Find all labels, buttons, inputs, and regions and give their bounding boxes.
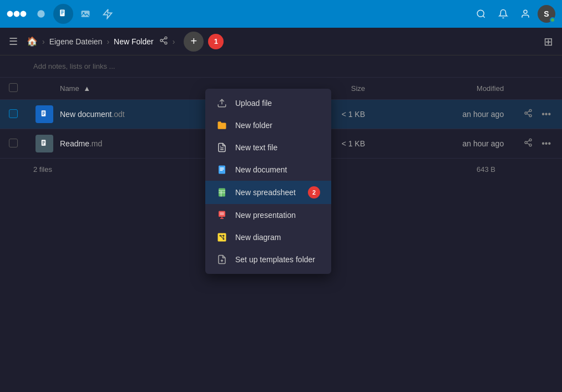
svg-rect-40 xyxy=(220,167,224,168)
col-name[interactable]: Name ▲ xyxy=(27,78,228,100)
svg-point-54 xyxy=(223,235,225,237)
menu-label-upload: Upload file xyxy=(235,99,272,108)
col-modified[interactable]: Modified xyxy=(374,78,513,100)
menu-label-new-document: New document xyxy=(235,165,287,174)
svg-point-22 xyxy=(529,109,531,111)
svg-point-31 xyxy=(529,139,531,141)
notification-badge[interactable]: 1 xyxy=(208,34,224,49)
svg-rect-41 xyxy=(220,169,224,170)
file-actions-1: ••• xyxy=(522,106,553,122)
menu-item-new-spreadsheet[interactable]: New spreadsheet 2 xyxy=(205,181,331,204)
more-btn-1[interactable]: ••• xyxy=(539,107,553,121)
breadcrumb-sep-2: › xyxy=(107,37,109,46)
dropdown-menu: Upload file New folder New text file xyxy=(205,89,331,274)
topbar-left xyxy=(7,4,118,24)
menu-item-setup-templates[interactable]: Set up templates folder xyxy=(205,248,331,271)
svg-point-23 xyxy=(525,112,527,114)
svg-point-33 xyxy=(529,144,531,146)
total-size: 643 B xyxy=(477,165,495,174)
hamburger-menu[interactable]: ☰ xyxy=(9,35,18,48)
breadcrumb-eigene[interactable]: Eigene Dateien xyxy=(49,37,103,46)
search-btn[interactable] xyxy=(471,4,491,24)
svg-point-1 xyxy=(14,11,20,17)
share-btn-2[interactable] xyxy=(522,136,535,151)
svg-rect-20 xyxy=(42,113,45,114)
menu-label-new-spreadsheet: New spreadsheet xyxy=(235,188,296,197)
breadcrumb-sep-1: › xyxy=(42,37,45,46)
menu-label-new-folder: New folder xyxy=(235,121,272,130)
contacts-btn[interactable] xyxy=(515,4,535,24)
notes-bar[interactable]: Add notes, lists or links ... xyxy=(0,55,562,78)
more-btn-2[interactable]: ••• xyxy=(539,136,553,151)
spreadsheet-badge: 2 xyxy=(308,186,320,198)
nav-photos[interactable] xyxy=(75,4,95,24)
svg-line-17 xyxy=(162,38,165,40)
menu-item-new-text[interactable]: New text file xyxy=(205,136,331,159)
breadcrumb-current: New Folder xyxy=(114,37,154,46)
svg-point-2 xyxy=(21,11,27,17)
select-all-checkbox[interactable] xyxy=(9,83,18,92)
svg-rect-28 xyxy=(42,141,45,142)
svg-rect-5 xyxy=(61,11,64,11)
svg-rect-8 xyxy=(82,11,90,17)
svg-point-32 xyxy=(525,141,527,144)
svg-point-3 xyxy=(37,10,44,17)
topbar-right: S xyxy=(471,4,555,24)
notifications-btn[interactable] xyxy=(493,4,513,24)
svg-rect-7 xyxy=(61,13,63,14)
file-actions-2: ••• xyxy=(522,136,553,151)
menu-item-upload[interactable]: Upload file xyxy=(205,92,331,114)
notes-placeholder-text: Add notes, lists or links ... xyxy=(33,62,115,70)
nav-icons xyxy=(31,4,118,24)
nav-activity[interactable] xyxy=(98,4,118,24)
svg-rect-42 xyxy=(220,170,222,171)
svg-line-26 xyxy=(527,111,530,113)
avatar-online-indicator xyxy=(550,17,555,23)
sort-indicator: ▲ xyxy=(83,84,90,93)
svg-line-11 xyxy=(483,16,484,17)
svg-point-15 xyxy=(165,42,167,44)
menu-item-new-presentation[interactable]: New presentation xyxy=(205,204,331,226)
nav-files[interactable] xyxy=(53,4,73,24)
svg-point-13 xyxy=(165,37,167,39)
breadcrumb-home[interactable]: 🏠 xyxy=(27,36,38,47)
svg-line-16 xyxy=(162,41,165,43)
upload-icon xyxy=(216,98,227,109)
svg-point-0 xyxy=(7,11,13,17)
svg-rect-6 xyxy=(61,12,64,13)
spreadsheet-icon xyxy=(216,187,227,198)
text-file-icon xyxy=(216,142,227,153)
file-icon-2 xyxy=(36,135,53,152)
svg-rect-21 xyxy=(42,114,44,115)
share-btn-1[interactable] xyxy=(522,106,535,122)
menu-label-new-text: New text file xyxy=(235,143,277,152)
logo[interactable] xyxy=(7,4,27,24)
menu-label-setup-templates: Set up templates folder xyxy=(235,255,315,264)
templates-icon xyxy=(216,254,227,265)
svg-rect-29 xyxy=(42,142,45,143)
avatar[interactable]: S xyxy=(538,5,555,23)
folder-share-btn[interactable] xyxy=(159,36,168,47)
menu-label-new-presentation: New presentation xyxy=(235,211,296,220)
view-toggle-grid[interactable]: ⊞ xyxy=(544,35,553,48)
menu-item-new-folder[interactable]: New folder xyxy=(205,114,331,136)
files-count-text: 2 files xyxy=(33,165,52,174)
menu-item-new-document[interactable]: New document xyxy=(205,159,331,181)
menu-item-new-diagram[interactable]: New diagram xyxy=(205,226,331,248)
nav-home[interactable] xyxy=(31,4,51,24)
svg-point-12 xyxy=(524,10,527,13)
breadcrumb-bar: ☰ 🏠 › Eigene Dateien › New Folder › + 1 … xyxy=(0,28,562,55)
file-name-1: New document.odt xyxy=(60,110,125,119)
svg-point-52 xyxy=(220,235,221,237)
folder-icon xyxy=(216,120,227,131)
svg-line-35 xyxy=(527,140,530,142)
svg-point-24 xyxy=(529,115,531,117)
document-icon xyxy=(216,164,227,175)
svg-rect-39 xyxy=(219,166,225,174)
add-new-btn[interactable]: + xyxy=(184,32,204,52)
svg-rect-19 xyxy=(42,112,45,113)
svg-point-10 xyxy=(477,10,484,17)
row-checkbox-1[interactable] xyxy=(9,109,18,118)
row-checkbox-2[interactable] xyxy=(9,139,18,147)
svg-rect-43 xyxy=(219,189,225,197)
